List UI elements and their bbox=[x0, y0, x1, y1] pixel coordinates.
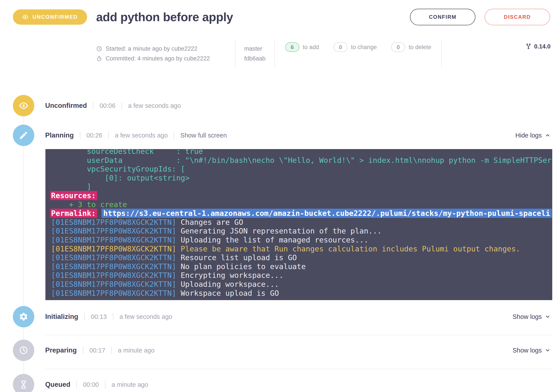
delete-count-label: to delete bbox=[409, 44, 431, 51]
stage-duration: 00:13 bbox=[91, 313, 107, 320]
stage-duration: 00:26 bbox=[86, 132, 102, 139]
chevron-up-icon bbox=[545, 133, 551, 138]
stage-content: Preparing 00:17 a minute ago Show logs bbox=[45, 346, 554, 354]
stage-timestamp: a minute ago bbox=[118, 347, 154, 354]
separator bbox=[84, 313, 85, 320]
stage-timestamp: a few seconds ago bbox=[115, 132, 168, 139]
terminal-line: [01ES8NBM17PF8P0W8XGCK2KTTN] Resource li… bbox=[51, 253, 552, 262]
separator bbox=[76, 381, 77, 388]
gear-icon bbox=[19, 312, 28, 322]
terminal-line: userData : "\n#!/bin/bash\necho \"Hello,… bbox=[51, 156, 552, 165]
add-count-badge: 6 bbox=[285, 42, 299, 52]
hide-logs-label: Hide logs bbox=[515, 132, 542, 139]
terminal-line: + 3 to create bbox=[51, 200, 552, 209]
stage-name: Queued bbox=[45, 381, 70, 389]
terminal-line: [01ES8NBM17PF8P0W8XGCK2KTTN] No plan pol… bbox=[51, 262, 552, 271]
commit-sha: fdb6aab bbox=[244, 55, 266, 62]
stopwatch-icon bbox=[96, 56, 102, 62]
terminal-line: [01ES8NBM17PF8P0W8XGCK2KTTN] Uploading w… bbox=[51, 280, 552, 289]
show-logs-label: Show logs bbox=[512, 313, 542, 320]
stage-icon-planning bbox=[13, 125, 34, 146]
stage-content: Queued 00:00 a minute ago bbox=[45, 381, 554, 389]
eye-icon bbox=[19, 101, 28, 111]
terminal-line: Resources: bbox=[51, 191, 552, 200]
hide-logs-toggle[interactable]: Hide logs bbox=[515, 132, 551, 139]
started-text: Started: a minute ago by cube2222 bbox=[106, 45, 197, 52]
stage-timestamp: a few seconds ago bbox=[128, 102, 181, 109]
meta-changes: 6 to add 0 to change 0 to delete bbox=[275, 40, 441, 68]
change-count-label: to change bbox=[351, 44, 377, 51]
stage-row-initializing: Initializing 00:13 a few seconds ago Sho… bbox=[13, 306, 554, 327]
terminal-line: [01ES8NBM17PF8P0W8XGCK2KTTN] Uploading t… bbox=[51, 236, 552, 245]
terminal-line: vpcSecurityGroupIds: [ bbox=[51, 165, 552, 174]
status-badge: UNCONFIRMED bbox=[13, 9, 87, 25]
add-count-label: to add bbox=[303, 44, 319, 51]
show-logs-label: Show logs bbox=[512, 347, 542, 354]
separator bbox=[174, 132, 174, 139]
stage-content: Planning 00:26 a few seconds ago Show fu… bbox=[45, 131, 554, 139]
show-logs-toggle[interactable]: Show logs bbox=[512, 313, 551, 320]
pencil-icon bbox=[19, 131, 28, 140]
version-icon bbox=[526, 43, 532, 49]
run-meta: Started: a minute ago by cube2222 Commit… bbox=[96, 40, 551, 68]
page-title: add python before apply bbox=[96, 10, 410, 24]
status-badge-label: UNCONFIRMED bbox=[33, 14, 78, 20]
planning-log-terminal[interactable]: sourceDestCheck : true userData : "\n#!/… bbox=[45, 149, 552, 300]
changes-to-change: 0 to change bbox=[334, 42, 377, 52]
show-fullscreen-link[interactable]: Show full screen bbox=[180, 132, 227, 139]
terminal-line: [0]: output<string> bbox=[51, 174, 552, 182]
confirm-button[interactable]: CONFIRM bbox=[410, 9, 475, 25]
stage-duration: 00:06 bbox=[99, 102, 115, 109]
stage-timestamp: a few seconds ago bbox=[119, 313, 172, 320]
stage-name: Planning bbox=[45, 131, 74, 139]
stage-row-unconfirmed: Unconfirmed 00:06 a few seconds ago bbox=[13, 95, 554, 116]
run-timeline: Unconfirmed 00:06 a few seconds ago Plan… bbox=[0, 95, 554, 392]
terminal-line: [01ES8NBM17PF8P0W8XGCK2KTTN] Generating … bbox=[51, 227, 552, 236]
run-detail-page: UNCONFIRMED add python before apply CONF… bbox=[0, 0, 554, 392]
terminal-line: [01ES8NBM17PF8P0W8XGCK2KTTN] Workspace u… bbox=[51, 289, 552, 298]
meta-spacer bbox=[442, 40, 526, 68]
changes-to-add: 6 to add bbox=[285, 42, 319, 52]
terminal-line: [01ES8NBM17PF8P0W8XGCK2KTTN] Please be a… bbox=[51, 245, 552, 253]
version-text: 0.14.0 bbox=[534, 43, 551, 50]
show-logs-toggle[interactable]: Show logs bbox=[512, 347, 551, 354]
header: UNCONFIRMED add python before apply CONF… bbox=[0, 0, 554, 25]
separator bbox=[111, 347, 112, 354]
stage-content: Unconfirmed 00:06 a few seconds ago bbox=[45, 102, 554, 110]
eye-icon bbox=[22, 14, 28, 20]
stage-row-planning: Planning 00:26 a few seconds ago Show fu… bbox=[13, 125, 554, 146]
terminal-line: [01ES8NBM17PF8P0W8XGCK2KTTN] Changes are… bbox=[51, 218, 552, 227]
stage-icon-queued bbox=[13, 374, 34, 392]
delete-count-badge: 0 bbox=[391, 42, 405, 52]
stage-icon-unconfirmed bbox=[13, 95, 34, 116]
terminal-content: sourceDestCheck : true userData : "\n#!/… bbox=[51, 149, 552, 297]
stage-duration: 00:17 bbox=[90, 347, 105, 354]
terminal-line: Permalink: https://s3.eu-central-1.amazo… bbox=[51, 209, 552, 218]
terminal-line: ] bbox=[51, 182, 552, 191]
tool-version: 0.14.0 bbox=[526, 40, 551, 68]
change-count-badge: 0 bbox=[334, 42, 348, 52]
stage-icon-initializing bbox=[13, 306, 34, 327]
committed-text: Committed: 4 minutes ago by cube2222 bbox=[106, 55, 210, 62]
separator bbox=[122, 102, 122, 109]
stage-timestamp: a minute ago bbox=[112, 381, 148, 388]
separator bbox=[93, 102, 93, 109]
meta-vcs: master fdb6aab bbox=[236, 40, 274, 68]
stage-duration: 00:00 bbox=[83, 381, 99, 388]
terminal-line: sourceDestCheck : true bbox=[51, 149, 552, 156]
terminal-line: [01ES8NBM17PF8P0W8XGCK2KTTN] Encrypting … bbox=[51, 271, 552, 280]
separator bbox=[113, 313, 113, 320]
clock-icon bbox=[19, 345, 28, 355]
discard-button[interactable]: DISCARD bbox=[484, 9, 550, 25]
meta-times: Started: a minute ago by cube2222 Commit… bbox=[96, 40, 235, 68]
hourglass-icon bbox=[19, 380, 28, 389]
clock-icon bbox=[96, 46, 102, 52]
header-actions: CONFIRM DISCARD bbox=[410, 9, 550, 25]
separator bbox=[105, 381, 105, 388]
changes-to-delete: 0 to delete bbox=[391, 42, 431, 52]
stage-row-queued: Queued 00:00 a minute ago bbox=[13, 374, 554, 392]
separator bbox=[83, 347, 83, 354]
chevron-down-icon bbox=[545, 348, 551, 353]
separator bbox=[80, 132, 80, 139]
stage-name: Unconfirmed bbox=[45, 102, 87, 110]
